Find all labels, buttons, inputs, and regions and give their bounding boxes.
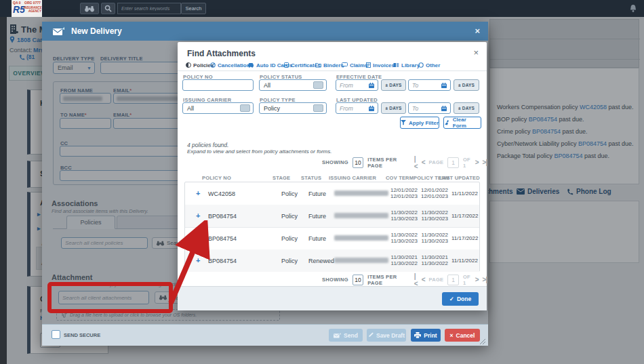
showing-label: SHOWING xyxy=(322,277,348,283)
tab-binders[interactable]: Binders xyxy=(315,62,344,68)
app-logo: QA 0 ORG 0777 R5 INSURANCE AGENCY xyxy=(12,0,42,17)
prev-page-icon[interactable]: < xyxy=(422,276,425,283)
svg-text:+: + xyxy=(62,27,64,32)
select-icon xyxy=(240,104,250,112)
invoice-icon xyxy=(366,62,371,68)
filter-funnel-icon xyxy=(401,120,406,125)
apply-filter-button[interactable]: Apply Filter xyxy=(400,117,439,129)
draft-icon xyxy=(368,332,374,338)
cancel-button[interactable]: × Cancel xyxy=(445,329,480,342)
col-header-stage: STAGE xyxy=(273,175,290,181)
calendar-icon xyxy=(369,106,374,111)
col-header-cov-term: COV TERM xyxy=(386,175,414,181)
page-label: PAGE xyxy=(428,277,443,283)
done-button[interactable]: ✓ Done xyxy=(442,292,479,306)
policy-type-select[interactable]: Policy xyxy=(259,102,327,114)
send-secure-checkbox[interactable] xyxy=(52,330,60,339)
redacted-carrier xyxy=(334,258,388,263)
results-hint: Expand to view and select from policy at… xyxy=(187,148,331,155)
calendar-icon xyxy=(369,83,374,88)
new-delivery-icon: + xyxy=(53,27,64,35)
policy-status-select[interactable]: All xyxy=(259,79,327,91)
global-search-button[interactable]: Search xyxy=(181,3,206,14)
send-secure-label: SEND SECURE xyxy=(64,332,100,338)
calendar-icon xyxy=(441,83,447,88)
top-bar: QA 0 ORG 0777 R5 INSURANCE AGENCY Search xyxy=(0,0,644,17)
speech-bubble-icon xyxy=(342,62,348,68)
first-page-icon[interactable]: |< xyxy=(414,272,418,287)
modal-title: New Delivery xyxy=(71,26,122,36)
clear-sweep-icon xyxy=(444,120,450,125)
table-row[interactable]: + BP084754 Policy Future 11/30/202211/30… xyxy=(185,205,479,228)
col-header-issuing-carrier: ISSUING CARRIER xyxy=(329,175,376,181)
prev-page-icon[interactable]: < xyxy=(422,159,425,166)
page-number-input[interactable]: 1 xyxy=(447,275,459,285)
items-per-page-label: ITEMS PER PAGE xyxy=(367,157,398,169)
clear-form-button[interactable]: Clear Form xyxy=(443,117,481,129)
global-search-input[interactable] xyxy=(117,3,181,14)
last-updated-to-input[interactable]: To xyxy=(408,102,451,114)
annotation-arrow xyxy=(159,220,217,312)
book-icon xyxy=(393,62,399,68)
paging-bottom: SHOWING 10 ITEMS PER PAGE |< < PAGE 1 OF… xyxy=(322,275,487,285)
next-page-icon[interactable]: > xyxy=(475,159,479,166)
new-delivery-footer: SEND SECURE + Send Save Draft Print × Ca… xyxy=(42,324,488,346)
page-label: PAGE xyxy=(428,159,443,165)
page-of-label: OF 1 xyxy=(463,157,471,169)
find-attachments-dialog: Find Attachments × Policies Cancellation… xyxy=(178,42,487,310)
send-button[interactable]: + Send xyxy=(329,329,363,342)
paging-top: SHOWING 10 ITEMS PER PAGE |< < PAGE 1 OF… xyxy=(322,157,487,167)
calendar-icon xyxy=(441,106,447,111)
page-number-input[interactable]: 1 xyxy=(447,157,459,168)
last-updated-to-days-button[interactable]: ± DAYS xyxy=(454,102,479,114)
next-page-icon[interactable]: > xyxy=(475,276,479,283)
certificate-icon xyxy=(284,62,289,68)
showing-label: SHOWING xyxy=(322,159,348,165)
resize-handle[interactable] xyxy=(479,338,485,344)
cancellations-icon xyxy=(210,62,216,68)
table-row[interactable]: + WC42058 Policy Future 12/01/202212/01/… xyxy=(185,182,479,205)
tab-library[interactable]: Library xyxy=(393,62,420,68)
save-draft-button[interactable]: Save Draft xyxy=(367,329,406,342)
print-button[interactable]: Print xyxy=(411,329,441,342)
effective-to-days-button[interactable]: ± DAYS xyxy=(454,79,479,91)
expand-icon[interactable]: + xyxy=(196,211,200,220)
send-icon: + xyxy=(334,333,341,338)
tab-claims[interactable]: Claims xyxy=(342,62,367,68)
effective-from-days-button[interactable]: ± DAYS xyxy=(381,79,406,91)
logo-org-text: ORG 0777 xyxy=(24,1,41,5)
last-updated-from-input[interactable]: From xyxy=(336,102,378,114)
issuing-carrier-select[interactable]: All xyxy=(182,102,254,114)
policy-no-input[interactable] xyxy=(182,79,254,91)
table-row[interactable]: + BP084754 Policy Future 11/30/202211/30… xyxy=(185,227,479,250)
table-row[interactable]: + BP084754 Policy Renewed 11/30/202111/3… xyxy=(185,249,479,272)
items-per-page-input[interactable]: 10 xyxy=(353,157,364,168)
new-delivery-header: + New Delivery × xyxy=(42,22,488,41)
magnifier-button[interactable] xyxy=(101,3,115,14)
svg-text:+: + xyxy=(340,333,341,336)
first-page-icon[interactable]: |< xyxy=(414,155,418,170)
effective-from-input[interactable]: From xyxy=(336,79,378,91)
items-per-page-input[interactable]: 10 xyxy=(353,275,364,285)
check-icon: ✓ xyxy=(449,296,454,302)
expand-icon[interactable]: + xyxy=(196,189,200,197)
select-icon xyxy=(313,104,323,112)
last-page-icon[interactable]: >| xyxy=(483,276,487,283)
binoculars-button[interactable] xyxy=(80,3,99,14)
tab-invoices[interactable]: Invoices xyxy=(366,62,395,68)
last-updated-from-days-button[interactable]: ± DAYS xyxy=(381,102,406,114)
modal-close-icon[interactable]: × xyxy=(475,26,480,36)
select-icon xyxy=(313,81,323,89)
bell-icon[interactable] xyxy=(629,4,637,13)
logo-tagline: INSURANCE AGENCY xyxy=(24,6,41,13)
magnifier-icon xyxy=(104,5,112,12)
items-per-page-label: ITEMS PER PAGE xyxy=(367,274,398,286)
car-icon xyxy=(247,62,254,68)
effective-to-input[interactable]: To xyxy=(408,79,451,91)
policies-icon xyxy=(186,62,191,68)
dialog-close-icon[interactable]: × xyxy=(473,47,479,58)
tab-cancellations[interactable]: Cancellations xyxy=(210,62,253,68)
last-page-icon[interactable]: >| xyxy=(483,159,487,166)
tab-other[interactable]: Other xyxy=(418,62,440,68)
redacted-carrier xyxy=(334,235,388,241)
